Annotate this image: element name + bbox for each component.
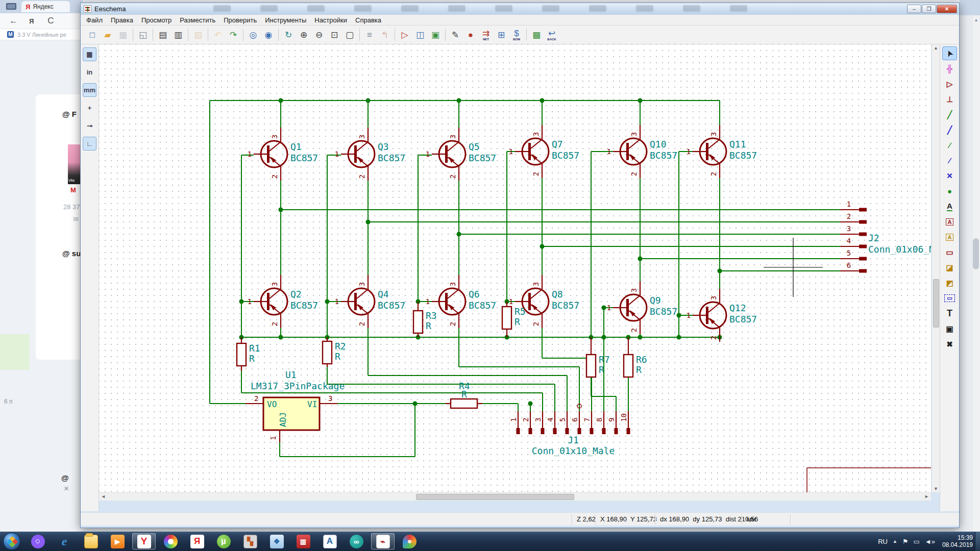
- graphic-lines-button[interactable]: ▭: [942, 291, 957, 305]
- bookmark-label[interactable]: 3.3 V Линейные ре: [17, 32, 66, 38]
- minimize-button[interactable]: –: [907, 5, 921, 13]
- cursor-shape-button[interactable]: +: [83, 101, 96, 115]
- transistor-q2[interactable]: 1 3 2 Q2 BC857: [248, 275, 318, 328]
- tray-expand-icon[interactable]: ▲: [893, 539, 897, 544]
- symbol-fields-button[interactable]: ⊞: [494, 28, 509, 42]
- place-power-button[interactable]: ⊥: [942, 92, 957, 106]
- resistor-r5[interactable]: R5 R: [502, 302, 526, 337]
- open-schematic-button[interactable]: ▰: [100, 28, 115, 42]
- hierarchy-navigator-button[interactable]: ≡: [362, 28, 377, 42]
- menu-help[interactable]: Справка: [352, 15, 385, 25]
- symbol-editor-button[interactable]: ▷: [397, 28, 412, 42]
- import-sheet-pin-button[interactable]: ◪: [942, 261, 957, 274]
- menu-place[interactable]: Разместить: [176, 15, 219, 25]
- select-tool-button[interactable]: ➤: [942, 46, 957, 60]
- menu-preferences[interactable]: Настройки: [311, 15, 351, 25]
- maximize-button[interactable]: ❐: [922, 5, 936, 13]
- resistor-r3[interactable]: R3 R: [413, 302, 437, 337]
- scroll-up-arrow-icon[interactable]: ▲: [934, 45, 938, 51]
- taskbar-utorrent[interactable]: µ: [212, 533, 235, 549]
- bus-tool-button[interactable]: ╱: [942, 123, 957, 137]
- hscroll-thumb[interactable]: [416, 494, 574, 500]
- page-settings-button[interactable]: ◱: [135, 28, 151, 42]
- grid-toggle-button[interactable]: ▦: [83, 47, 96, 61]
- canvas-horizontal-scrollbar[interactable]: ◄ ►: [99, 492, 931, 500]
- symbol-browser-button[interactable]: ◫: [412, 28, 428, 42]
- wire-entry-button[interactable]: ∕: [942, 138, 957, 152]
- transistor-q1[interactable]: 1 3 2 Q1 BC857: [248, 128, 318, 181]
- ortho-wires-button[interactable]: ∟: [83, 137, 96, 151]
- resistor-r7[interactable]: R7 R: [586, 337, 610, 377]
- resistor-r2[interactable]: R2 R: [323, 337, 346, 367]
- place-image-button[interactable]: ▣: [942, 322, 957, 336]
- backannotate-button[interactable]: ↩BACK: [544, 28, 559, 42]
- feed-handle-2[interactable]: @ su: [62, 249, 81, 258]
- scroll-down-arrow-icon[interactable]: ▼: [934, 486, 938, 491]
- resistor-r1[interactable]: R1 R: [237, 337, 260, 371]
- taskbar-kicad[interactable]: ⌁: [371, 533, 395, 549]
- transistor-q3[interactable]: 1 3 2 Q3 BC857: [335, 128, 405, 181]
- menu-file[interactable]: Файл: [83, 15, 106, 25]
- paste-button[interactable]: ▧: [190, 28, 206, 42]
- plot-button[interactable]: ▥: [170, 28, 186, 42]
- find-replace-button[interactable]: ◉: [261, 28, 276, 42]
- close-button[interactable]: ✕: [937, 5, 957, 13]
- scroll-up-arrow-icon[interactable]: ▲: [974, 17, 978, 22]
- units-mm-button[interactable]: mm: [83, 83, 96, 97]
- browser-refresh-button[interactable]: C: [47, 16, 54, 26]
- taskbar-yandex-browser[interactable]: Y: [132, 533, 156, 549]
- feed-handle-1[interactable]: @ F: [62, 110, 77, 118]
- regulator-u1[interactable]: VO VI ADJ 2 3 1 U1 LM317_3PinPackage: [246, 369, 345, 442]
- taskbar-pixel-game[interactable]: ▚: [238, 533, 262, 549]
- transistor-q9[interactable]: 1 3 2 Q9 BC857: [607, 281, 677, 334]
- taskbar-text-doc[interactable]: A: [318, 533, 341, 549]
- units-inch-button[interactable]: in: [83, 65, 96, 79]
- taskbar-paint[interactable]: [398, 533, 421, 549]
- erc-button[interactable]: ●: [463, 28, 478, 42]
- footprint-editor-button[interactable]: ▣: [428, 28, 443, 42]
- envelope-icon[interactable]: ✉: [73, 215, 79, 223]
- taskbar-internet-explorer[interactable]: e: [53, 533, 76, 549]
- clock[interactable]: 15:39 08.04.2019: [942, 534, 973, 548]
- bus-entry-button[interactable]: ∕: [942, 154, 957, 167]
- taskbar-yandex-app[interactable]: Я: [185, 533, 209, 549]
- schematic-canvas[interactable]: 1 3 2 Q1 BC857 1 3 2 Q3 BC857: [99, 44, 931, 492]
- find-button[interactable]: ◎: [246, 28, 261, 42]
- show-desktop-button[interactable]: [975, 532, 980, 551]
- resistor-r4[interactable]: R4 R: [446, 381, 482, 408]
- language-indicator[interactable]: RU: [878, 538, 888, 545]
- print-button[interactable]: ▤: [155, 28, 170, 42]
- sheet-pin-button[interactable]: ◩: [942, 276, 957, 290]
- menu-tools[interactable]: Инструменты: [261, 15, 310, 25]
- delete-tool-button[interactable]: ✖: [942, 337, 957, 351]
- browser-tab-yandex[interactable]: Я Яндекс: [21, 1, 70, 12]
- scroll-right-arrow-icon[interactable]: ►: [924, 494, 929, 499]
- title-bar[interactable]: Eeschema – ❐ ✕: [81, 3, 959, 15]
- taskbar-browser-swirl[interactable]: [159, 533, 182, 549]
- menu-edit[interactable]: Правка: [107, 15, 137, 25]
- bom-button[interactable]: $ВОМ: [509, 28, 524, 42]
- redo-button[interactable]: ↷: [226, 28, 241, 42]
- action-center-flag-icon[interactable]: ⚑: [902, 538, 909, 545]
- taskbar-toolbox-app[interactable]: ▥: [291, 533, 315, 549]
- browser-back-button[interactable]: ←: [9, 16, 18, 26]
- zoom-fit-button[interactable]: ⊡: [327, 28, 342, 42]
- undo-button[interactable]: ↶: [210, 28, 226, 42]
- zoom-selection-button[interactable]: ▢: [342, 28, 357, 42]
- vscroll-thumb[interactable]: [933, 279, 939, 328]
- no-connect-button[interactable]: ✕: [942, 169, 957, 183]
- menu-inspect[interactable]: Проверить: [220, 15, 260, 25]
- global-label-button[interactable]: A: [942, 215, 957, 229]
- transistor-q4[interactable]: 1 3 2 Q4 BC857: [335, 275, 405, 328]
- transistor-q7[interactable]: 1 3 2 Q7 BC857: [509, 125, 579, 178]
- taskbar-media-player[interactable]: ▶: [106, 533, 129, 549]
- start-button[interactable]: [3, 533, 20, 550]
- transistor-q5[interactable]: 1 3 2 Q5 BC857: [426, 128, 496, 181]
- connector-j1[interactable]: 1 2 3 4 5 6 7 8 9 10 J1 Conn_01x10_Male: [509, 404, 630, 456]
- new-schematic-button[interactable]: □: [85, 28, 100, 42]
- pcbnew-button[interactable]: ▩: [529, 28, 544, 42]
- redraw-button[interactable]: ↻: [281, 28, 296, 42]
- junction-button[interactable]: ●: [942, 184, 957, 198]
- resistor-r6[interactable]: R6 R: [624, 337, 647, 377]
- highlight-net-button[interactable]: ╬: [942, 62, 957, 76]
